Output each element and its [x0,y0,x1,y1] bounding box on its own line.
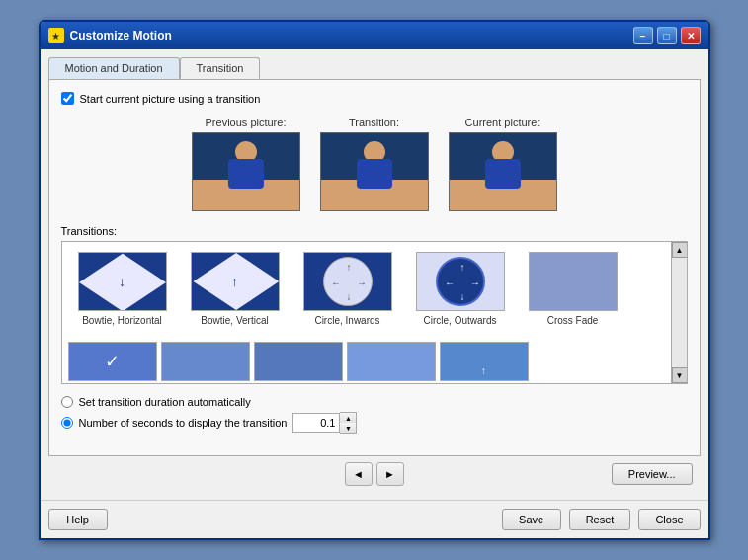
preview-button[interactable]: Preview... [612,463,693,485]
transition-bowtie-v[interactable]: ↑ Bowtie, Vertical [181,248,290,330]
transition-thumb-circle-out: ↑ → ↓ ← [416,252,505,311]
preview-section: Previous picture: Transition: Current pi… [61,117,688,211]
footer-left: Help [48,509,108,530]
svg-text:←: ← [331,278,341,288]
transitions-label: Transitions: [61,225,688,237]
circle-out-inner: ↑ → ↓ ← [436,257,485,306]
circle-in-svg: ↑ → ↓ ← [324,257,372,306]
transition-checkbox-row: Start current picture using a transition [61,92,688,105]
close-button[interactable]: Close [638,509,700,530]
window-body: Motion and Duration Transition Start cur… [41,49,708,500]
transition-circle-out[interactable]: ↑ → ↓ ← Circle, Outwards [406,248,515,330]
transitions-grid: ↓ Bowtie, Horizontal ↑ [62,242,687,336]
svg-text:→: → [357,278,367,288]
transition-thumb-bowtie-h: ↓ [78,252,167,311]
scroll-down-button[interactable]: ▼ [672,367,688,383]
preview-button-wrapper: Preview... [404,463,693,485]
tab-transition[interactable]: Transition [180,57,261,79]
circle-in-visual: ↑ → ↓ ← [304,253,391,310]
bowtie-h-right-triangle [122,253,166,311]
footer: Help Save Reset Close [41,500,708,538]
transition-name-circle-in: Circle, Inwards [314,315,379,326]
nav-prev-button[interactable]: ◄ [345,462,373,486]
previous-picture-label: Previous picture: [206,117,287,128]
current-picture-image [449,132,557,211]
cross-fade-visual [530,253,617,310]
spinner-buttons: ▲ ▼ [340,412,357,434]
help-button[interactable]: Help [48,509,108,530]
svg-text:↓: ↓ [459,291,464,302]
transition-name-bowtie-h: Bowtie, Horizontal [82,315,162,326]
transition-bowtie-h[interactable]: ↓ Bowtie, Horizontal [68,248,177,330]
seconds-duration-row: Number of seconds to display the transit… [61,412,688,434]
reset-button[interactable]: Reset [569,509,631,530]
svg-text:↑: ↑ [459,262,464,273]
seconds-input[interactable] [292,413,340,433]
transition-name-bowtie-v: Bowtie, Vertical [201,315,268,326]
scroll-up-button[interactable]: ▲ [672,242,688,258]
auto-duration-row: Set transition duration automatically [61,396,688,408]
previous-picture-item: Previous picture: [192,117,300,211]
circle-in-inner: ↑ → ↓ ← [323,257,373,306]
tab-content-transition: Start current picture using a transition… [48,79,701,456]
main-window: ★ Customize Motion − □ ✕ Motion and Dura… [39,20,710,540]
transition-checkbox[interactable] [61,92,74,105]
mini-thumb-5[interactable]: ↑ [440,342,529,381]
scroll-track [672,258,687,367]
nav-next-button[interactable]: ► [376,462,404,486]
spinner-down-button[interactable]: ▼ [340,423,356,433]
transitions-section: Transitions: ↓ [61,225,688,384]
mini-thumb-1[interactable] [68,342,157,381]
svg-text:←: ← [445,278,455,288]
bowtie-v-visual: ↑ [192,253,279,310]
title-buttons: − □ ✕ [633,27,701,44]
circle-out-svg: ↑ → ↓ ← [438,257,483,306]
bottom-bar: ◄ ► Preview... [48,456,701,492]
transition-checkbox-label: Start current picture using a transition [80,93,261,105]
seconds-duration-label: Number of seconds to display the transit… [79,417,288,429]
svg-text:↓: ↓ [346,291,351,302]
transition-thumb-circle-in: ↑ → ↓ ← [303,252,392,311]
mini-thumb-4[interactable] [347,342,436,381]
mini-thumb-2[interactable] [161,342,250,381]
mini-thumb-3[interactable] [254,342,343,381]
bowtie-h-left-triangle [79,253,124,311]
footer-right: Save Reset Close [502,509,701,530]
transition-picture-image [320,132,429,211]
spinner-up-button[interactable]: ▲ [340,413,356,423]
save-button[interactable]: Save [502,509,561,530]
tabs-container: Motion and Duration Transition [48,57,701,79]
seconds-input-wrapper: ▲ ▼ [292,412,357,434]
bowtie-h-visual: ↓ [79,253,166,310]
svg-text:↑: ↑ [346,262,351,273]
transition-cross-fade[interactable]: Cross Fade [519,248,627,330]
transition-picture-label: Transition: [349,117,399,128]
options-section: Set transition duration automatically Nu… [61,396,688,434]
auto-duration-label: Set transition duration automatically [79,396,251,408]
seconds-duration-radio[interactable] [61,417,73,429]
transition-name-circle-out: Circle, Outwards [424,315,497,326]
title-bar-left: ★ Customize Motion [48,28,172,43]
second-row-thumbs: ↑ [62,336,687,384]
current-picture-label: Current picture: [465,117,540,128]
transition-picture-item: Transition: [320,117,429,211]
tab-motion-duration[interactable]: Motion and Duration [48,57,180,79]
window-title: Customize Motion [70,29,172,42]
title-bar: ★ Customize Motion − □ ✕ [41,22,708,49]
transition-name-cross-fade: Cross Fade [547,315,599,326]
auto-duration-radio[interactable] [61,396,73,408]
circle-out-visual: ↑ → ↓ ← [417,253,504,310]
scrollbar[interactable]: ▲ ▼ [671,242,687,383]
previous-picture-image [192,132,300,211]
close-window-button[interactable]: ✕ [681,27,701,44]
minimize-button[interactable]: − [633,27,653,44]
window-icon: ★ [48,28,64,43]
transition-thumb-bowtie-v: ↑ [191,252,280,311]
transition-thumb-cross-fade [529,252,618,311]
svg-text:→: → [470,278,480,288]
current-picture-item: Current picture: [449,117,557,211]
transitions-container[interactable]: ↓ Bowtie, Horizontal ↑ [61,241,688,384]
transition-circle-in[interactable]: ↑ → ↓ ← Circle, Inwards [293,248,402,330]
nav-controls: ◄ ► [345,462,404,486]
maximize-button[interactable]: □ [657,27,677,44]
